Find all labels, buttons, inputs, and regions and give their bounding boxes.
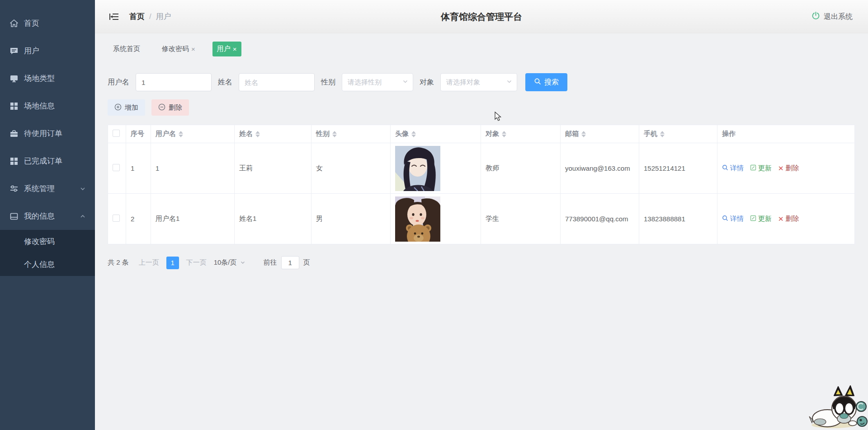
circle-plus-icon (114, 103, 122, 112)
sort-caret-icon[interactable] (179, 131, 183, 137)
detail-link[interactable]: 详情 (722, 215, 744, 223)
column-header-name-sortable[interactable]: 姓名 (235, 125, 311, 143)
sidebar-item-completed-orders[interactable]: 已完成订单 (0, 147, 95, 175)
sort-caret-icon[interactable] (255, 131, 260, 137)
detail-label: 详情 (730, 215, 744, 223)
edit-icon (750, 164, 756, 172)
cell-phone: 13823888881 (644, 215, 685, 223)
gender-select-placeholder: 请选择性别 (348, 78, 382, 87)
name-label: 姓名 (218, 78, 232, 87)
x-icon: ✕ (778, 164, 784, 173)
column-header-index: 序号 (131, 130, 144, 138)
tab-label: 用户 (217, 45, 231, 53)
update-label: 更新 (758, 164, 772, 173)
pagination: 共 2 条 上一页 1 下一页 10条/页 前往 页 (108, 256, 855, 269)
cell-target: 教师 (486, 164, 499, 172)
home-icon (9, 19, 19, 28)
add-button[interactable]: 增加 (108, 99, 145, 116)
column-header-label: 对象 (486, 130, 499, 138)
username-label: 用户名 (108, 78, 129, 87)
column-header-label: 手机 (644, 130, 657, 138)
column-header-label: 姓名 (239, 130, 253, 138)
column-header-target-sortable[interactable]: 对象 (481, 125, 561, 143)
magnifier-icon (722, 215, 728, 223)
sidebar-item-my-info[interactable]: 我的信息 (0, 202, 95, 230)
table-row: 2 用户名1 姓名1 男 (108, 194, 855, 244)
delete-label: 删除 (786, 164, 799, 173)
sort-caret-icon[interactable] (332, 131, 337, 137)
row-checkbox[interactable] (113, 164, 120, 171)
sidebar-item-system-management[interactable]: 系统管理 (0, 175, 95, 202)
tab-label: 系统首页 (113, 45, 140, 53)
breadcrumb-home[interactable]: 首页 (129, 11, 145, 22)
sidebar-item-users[interactable]: 用户 (0, 37, 95, 65)
cell-phone: 15251214121 (644, 164, 685, 172)
column-header-username-sortable[interactable]: 用户名 (151, 125, 235, 143)
tab-users[interactable]: 用户 × (212, 42, 241, 56)
search-button-label: 搜索 (544, 78, 559, 87)
column-header-label: 用户名 (156, 130, 176, 138)
goto-page-input[interactable] (281, 256, 299, 269)
tab-bar: 系统首页 修改密码 × 用户 × (95, 33, 868, 60)
search-icon (534, 78, 541, 87)
gender-label: 性别 (321, 78, 335, 87)
close-icon[interactable]: × (233, 46, 237, 52)
content-area: 用户名 姓名 性别 请选择性别 对象 请选择对象 (95, 60, 868, 430)
tab-system-home[interactable]: 系统首页 (108, 42, 145, 56)
target-select[interactable]: 请选择对象 (440, 73, 517, 91)
page-size-select[interactable]: 10条/页 (214, 258, 245, 267)
sidebar-item-venue-info[interactable]: 场地信息 (0, 92, 95, 120)
delete-link[interactable]: ✕ 删除 (778, 215, 799, 223)
cell-email: youxiwang@163.com (565, 164, 630, 172)
prev-page-button[interactable]: 上一页 (139, 258, 159, 267)
mascot-image (808, 380, 868, 430)
cell-target: 学生 (486, 215, 499, 222)
sidebar-item-personal-info[interactable]: 个人信息 (0, 253, 95, 276)
next-page-button[interactable]: 下一页 (186, 258, 207, 267)
sidebar-item-venue-type[interactable]: 场地类型 (0, 65, 95, 92)
detail-link[interactable]: 详情 (722, 164, 744, 173)
search-button[interactable]: 搜索 (525, 73, 567, 91)
cell-email: 773890001@qq.com (565, 215, 628, 223)
sidebar-item-label: 场地类型 (24, 73, 55, 84)
sidebar-item-label: 待使用订单 (24, 128, 62, 139)
cell-username: 用户名1 (156, 215, 179, 222)
close-icon[interactable]: × (191, 46, 195, 52)
delete-link[interactable]: ✕ 删除 (778, 164, 799, 173)
username-input[interactable] (136, 73, 212, 91)
column-header-phone-sortable[interactable]: 手机 (639, 125, 717, 143)
grid-icon (9, 101, 19, 111)
sidebar: 首页 用户 场地类型 场地信息 待使用订单 (0, 0, 95, 430)
sidebar-item-home[interactable]: 首页 (0, 9, 95, 37)
logout-button[interactable]: 退出系统 (811, 11, 853, 22)
sidebar-item-change-password[interactable]: 修改密码 (0, 230, 95, 253)
column-header-gender-sortable[interactable]: 性别 (311, 125, 391, 143)
breadcrumb-current: 用户 (156, 11, 171, 22)
page-number-button[interactable]: 1 (166, 257, 179, 269)
column-header-avatar-sortable[interactable]: 头像 (391, 125, 481, 143)
table-row: 1 1 王莉 女 (108, 143, 855, 194)
name-input[interactable] (239, 73, 315, 91)
collapse-sidebar-icon[interactable] (108, 12, 119, 22)
sort-caret-icon[interactable] (411, 131, 416, 137)
tab-change-password[interactable]: 修改密码 × (157, 42, 200, 56)
column-header-email-sortable[interactable]: 邮箱 (561, 125, 639, 143)
update-link[interactable]: 更新 (750, 215, 772, 223)
sidebar-item-label: 我的信息 (24, 211, 55, 221)
sidebar-item-label: 场地信息 (24, 101, 55, 111)
tab-label: 修改密码 (162, 45, 189, 53)
select-all-checkbox[interactable] (113, 130, 120, 137)
update-link[interactable]: 更新 (750, 164, 772, 173)
sliders-icon (9, 184, 19, 194)
delete-label: 删除 (786, 215, 799, 223)
sidebar-item-pending-orders[interactable]: 待使用订单 (0, 120, 95, 147)
cell-name: 王莉 (239, 164, 253, 172)
gender-select[interactable]: 请选择性别 (342, 73, 413, 91)
sort-caret-icon[interactable] (502, 131, 506, 137)
sort-caret-icon[interactable] (660, 131, 665, 137)
delete-button[interactable]: 删除 (151, 99, 189, 116)
table-header-row: 序号 用户名 姓名 性别 头像 对象 邮箱 手机 操作 (108, 125, 855, 143)
row-checkbox[interactable] (113, 215, 120, 222)
sort-caret-icon[interactable] (581, 131, 586, 137)
sidebar-item-label: 已完成订单 (24, 156, 62, 166)
